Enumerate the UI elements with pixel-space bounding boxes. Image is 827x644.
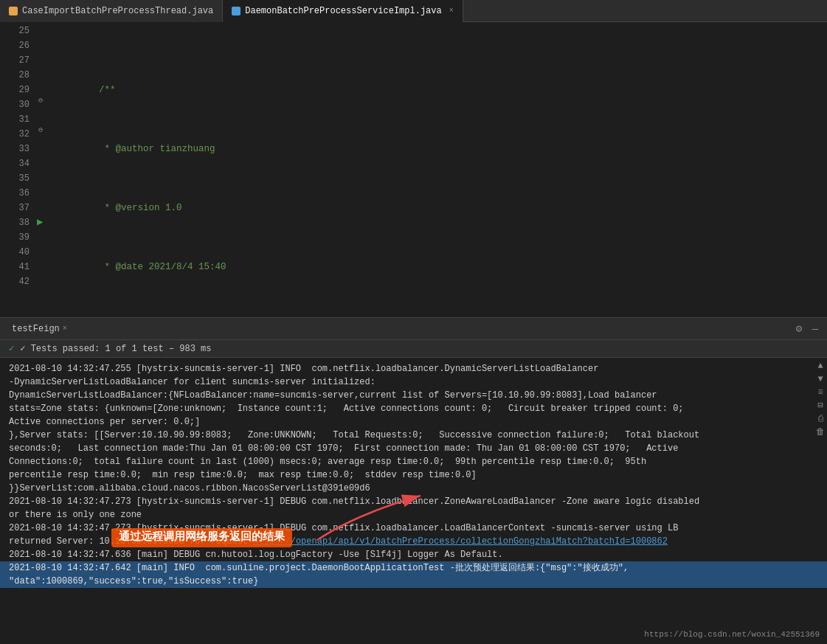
tab-close-icon[interactable]: × — [449, 7, 454, 15]
fold-icon-32[interactable]: ⊖ — [37, 125, 52, 140]
tab-case-import[interactable]: CaseImportBatchPreProcessThread.java — [0, 0, 223, 22]
fold-icon-30[interactable]: ⊖ — [37, 96, 52, 111]
tab-label-2: DaemonBatchPreProcessServiceImpl.java — [245, 6, 441, 16]
console-line-15: 2021-08-10 14:32:47.636 [main] DEBUG cn.… — [0, 548, 827, 561]
editor-area: CaseImportBatchPreProcessThread.java Dae… — [0, 0, 827, 317]
code-line-26: * @author tianzhuang — [52, 127, 827, 142]
console-line-9: percentile resp time:0.0; min resp time:… — [0, 468, 827, 482]
status-check-icon: ✓ — [9, 343, 14, 354]
tab-icon-orange — [9, 7, 18, 15]
code-line-27: * @version 1.0 — [52, 186, 827, 201]
run-icon-38[interactable]: ▶ — [37, 215, 52, 230]
annotation-arrow — [295, 481, 457, 547]
minus-icon[interactable]: — — [809, 323, 821, 335]
scroll-down-icon[interactable]: ▼ — [815, 374, 826, 384]
code-line-29: */ — [52, 304, 827, 317]
clear-icon[interactable]: 🗑 — [815, 427, 826, 437]
code-container: 25 26 27 28 29 30 31 32 33 34 35 36 37 3… — [0, 22, 827, 317]
console-icons-group: ⚙ — — [793, 323, 821, 335]
tab-icon-blue — [232, 7, 241, 15]
console-area: testFeign × ⚙ — ✓ ✓ Tests passed: 1 of 1… — [0, 317, 827, 644]
console-line-4: stats=Zone stats: {unknown=[Zone:unknown… — [0, 402, 827, 415]
console-line-highlighted-1: 2021-08-10 14:32:47.642 [main] INFO com.… — [0, 561, 827, 575]
line-numbers: 25 26 27 28 29 30 31 32 33 34 35 36 37 3… — [0, 22, 37, 317]
console-tab-bar: testFeign × ⚙ — — [0, 318, 827, 340]
console-line-8: Connections:0; total failure count in la… — [0, 455, 827, 468]
console-line-5: Active connections per server: 0.0;] — [0, 415, 827, 429]
console-tab-close[interactable]: × — [63, 325, 67, 333]
console-line-3: DynamicServerListLoadBalancer:{NFLoadBal… — [0, 389, 827, 402]
console-tab-label[interactable]: testFeign × — [6, 318, 73, 340]
console-right-sidebar: ▲ ▼ ≡ ⊟ ⎙ 🗑 — [814, 358, 827, 437]
tab-daemon-batch[interactable]: DaemonBatchPreProcessServiceImpl.java × — [223, 0, 463, 22]
code-line-28: * @date 2021/8/4 15:40 — [52, 245, 827, 260]
gutter: ⊖ ⊖ ▶ — [37, 22, 52, 317]
wrap-icon[interactable]: ≡ — [815, 387, 826, 398]
tests-passed-text: ✓ Tests passed: 1 of 1 test – 983 ms — [20, 343, 211, 354]
console-status-bar: ✓ ✓ Tests passed: 1 of 1 test – 983 ms — [0, 340, 827, 358]
print-icon[interactable]: ⎙ — [815, 414, 826, 424]
console-output[interactable]: ▲ ▼ ≡ ⊟ ⎙ 🗑 2021-08-10 14:32:47.255 [hys… — [0, 358, 827, 644]
settings-icon[interactable]: ⚙ — [793, 323, 805, 335]
console-line-highlighted-2: "data":1000869,"success":true,"isSuccess… — [0, 575, 827, 588]
code-lines: /** * @author tianzhuang * @version 1.0 … — [52, 22, 827, 317]
console-line-1: 2021-08-10 14:32:47.255 [hystrix-suncmis… — [0, 362, 827, 375]
scroll-up-icon[interactable]: ▲ — [815, 361, 826, 371]
tab-label-1: CaseImportBatchPreProcessThread.java — [22, 6, 213, 16]
code-line-25: /** — [52, 68, 827, 83]
console-line-6: },Server stats: [[Server:10.10.90.99:808… — [0, 429, 827, 442]
url-bar: https://blog.csdn.net/woxin_42551369 — [644, 628, 820, 641]
console-line-7: seconds:0; Last connection made:Thu Jan … — [0, 442, 827, 455]
tab-bar: CaseImportBatchPreProcessThread.java Dae… — [0, 0, 827, 22]
console-line-2: -DynamicServerListLoadBalancer for clien… — [0, 375, 827, 389]
filter-icon[interactable]: ⊟ — [815, 401, 826, 411]
